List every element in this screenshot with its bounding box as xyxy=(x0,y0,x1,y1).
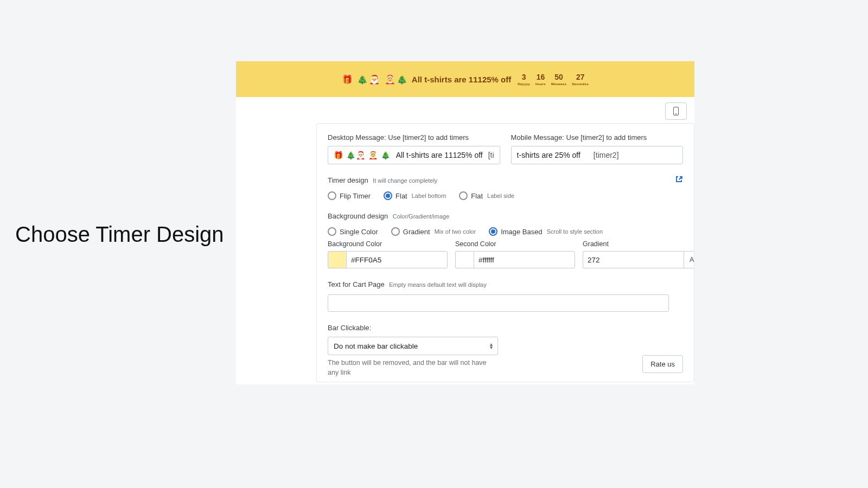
bar-clickable-label: Bar Clickable: xyxy=(328,324,371,332)
radio-flat-bottom[interactable]: Flat Label bottom xyxy=(384,191,446,200)
background-design-radios: Single Color Gradient Mix of two color I… xyxy=(328,227,683,236)
countdown-hours: 16 Hours xyxy=(535,73,546,86)
preview-banner: 🎁 🎄🎅 🤶🎄 All t-shirts are 11125% off 3 Da… xyxy=(236,61,694,97)
radio-flat-side[interactable]: Flat Label side xyxy=(459,191,514,200)
radio-flip-timer[interactable]: Flip Timer xyxy=(328,191,371,200)
bar-clickable-help: The button will be removed, and the bar … xyxy=(328,358,498,377)
mobile-message-label: Mobile Message: Use [timer2] to add time… xyxy=(511,133,683,142)
bg-color-label: Background Color xyxy=(328,240,448,248)
radio-gradient[interactable]: Gradient Mix of two color xyxy=(391,227,476,236)
timer-design-label: Timer design xyxy=(328,176,368,184)
gradient-input[interactable] xyxy=(583,251,684,268)
banner-emojis: 🎁 🎄🎅 🤶🎄 xyxy=(342,74,409,85)
bg-color-input[interactable] xyxy=(346,251,448,268)
rate-us-button[interactable]: Rate us xyxy=(642,355,683,373)
bg-color-swatch[interactable] xyxy=(328,251,346,268)
angle-button[interactable]: Angle xyxy=(684,251,694,268)
svg-rect-1 xyxy=(675,114,677,114)
countdown-group: 3 Dayyyy 16 Hours 50 Minutess 27 Seconds… xyxy=(518,73,589,86)
banner-text: All t-shirts are 11125% off xyxy=(412,75,511,84)
background-design-label: Background design xyxy=(328,212,388,220)
countdown-days: 3 Dayyyy xyxy=(518,73,530,86)
gradient-label: Gradient xyxy=(583,240,694,248)
second-color-label: Second Color xyxy=(455,240,575,248)
desktop-message-input[interactable]: 🎁 🎄🎅 🤶 🎄 All t-shirts are 11125% off [ti xyxy=(328,146,500,164)
countdown-minutes: 50 Minutess xyxy=(551,73,566,86)
second-color-swatch[interactable] xyxy=(455,251,474,268)
radio-image-based[interactable]: Image Based Scroll to style section xyxy=(489,227,603,236)
mobile-message-input[interactable]: t-shirts are 25% off [timer2] xyxy=(511,146,683,164)
cart-text-input[interactable] xyxy=(328,294,669,312)
app-panel: 🎁 🎄🎅 🤶🎄 All t-shirts are 11125% off 3 Da… xyxy=(236,61,694,384)
second-color-input[interactable] xyxy=(474,251,575,268)
page-title: Choose Timer Design xyxy=(15,222,224,247)
mobile-preview-button[interactable] xyxy=(665,102,687,120)
cart-text-hint: Empty means default text will display xyxy=(389,281,487,288)
mobile-icon xyxy=(673,107,679,115)
background-design-hint: Color/Gradient/image xyxy=(393,213,450,220)
form-card: Desktop Message: Use [timer2] to add tim… xyxy=(316,123,694,382)
radio-single-color[interactable]: Single Color xyxy=(328,227,378,236)
bar-clickable-select[interactable]: Do not make bar clickable xyxy=(328,337,498,355)
desktop-message-label: Desktop Message: Use [timer2] to add tim… xyxy=(328,133,500,142)
timer-design-hint: It will change completely xyxy=(373,177,437,184)
chevron-updown-icon: ▴▾ xyxy=(490,343,493,349)
timer-design-radios: Flip Timer Flat Label bottom Flat Label … xyxy=(328,191,683,200)
cart-text-label: Text for Cart Page xyxy=(328,280,385,288)
countdown-seconds: 27 Secondss xyxy=(572,73,589,86)
external-link-icon[interactable] xyxy=(675,175,683,183)
